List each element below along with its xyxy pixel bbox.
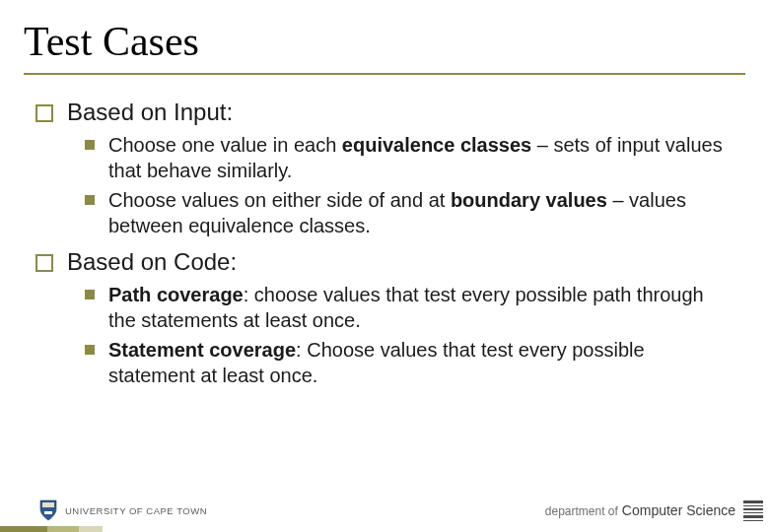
list-item: Statement coverage: Choose values that t… — [85, 337, 734, 388]
section-heading-text: Based on Code: — [67, 248, 237, 276]
hollow-square-icon — [35, 104, 53, 122]
list-item-text: Choose one value in each equivalence cla… — [108, 132, 734, 183]
slide-content: Based on Input: Choose one value in each… — [0, 75, 769, 388]
filled-square-icon — [85, 195, 95, 205]
svg-rect-0 — [42, 502, 54, 507]
filled-square-icon — [85, 345, 95, 355]
stripe — [47, 526, 79, 532]
list-item-text: Choose values on either side of and at b… — [108, 187, 734, 238]
shield-icon — [39, 499, 57, 521]
slide: Test Cases Based on Input: Choose one va… — [0, 0, 769, 532]
list-item: Path coverage: choose values that test e… — [85, 282, 734, 333]
section-items: Choose one value in each equivalence cla… — [85, 132, 734, 238]
filled-square-icon — [85, 290, 95, 299]
section-heading: Based on Code: — [35, 248, 734, 276]
stripe — [0, 526, 47, 532]
list-item-text: Statement coverage: Choose values that t… — [108, 337, 734, 388]
dept-name: Computer Science — [622, 502, 735, 518]
list-item-text: Path coverage: choose values that test e… — [108, 282, 734, 333]
list-item: Choose one value in each equivalence cla… — [85, 132, 734, 183]
slide-title: Test Cases — [0, 0, 769, 71]
university-name: UNIVERSITY OF CAPE TOWN — [65, 505, 207, 516]
stripe — [79, 526, 103, 532]
section-items: Path coverage: choose values that test e… — [85, 282, 734, 388]
list-item: Choose values on either side of and at b… — [85, 187, 734, 238]
section-heading-text: Based on Input: — [67, 99, 233, 126]
section-heading: Based on Input: — [35, 99, 734, 126]
barcode-icon — [743, 500, 763, 524]
department-label: department of Computer Science — [545, 502, 735, 518]
filled-square-icon — [85, 140, 95, 150]
university-logo: UNIVERSITY OF CAPE TOWN — [39, 499, 207, 521]
dept-prefix: department of — [545, 504, 618, 518]
hollow-square-icon — [35, 254, 53, 272]
slide-footer: UNIVERSITY OF CAPE TOWN department of Co… — [0, 485, 769, 532]
footer-stripes — [0, 526, 103, 532]
